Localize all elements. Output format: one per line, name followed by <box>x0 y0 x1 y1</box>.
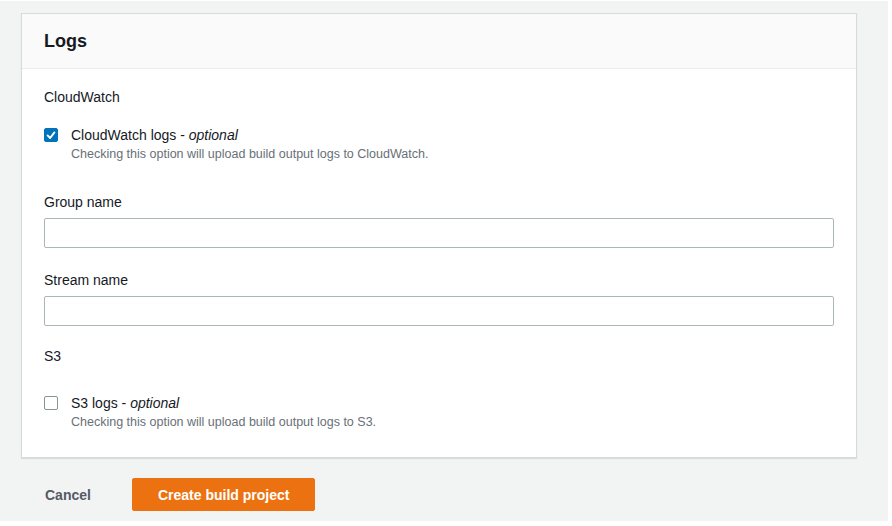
s3-logs-label: S3 logs - optional <box>71 395 179 411</box>
check-icon <box>45 129 57 141</box>
logs-panel: Logs CloudWatch CloudWatch logs - option… <box>21 13 857 458</box>
cancel-button[interactable]: Cancel <box>45 487 91 503</box>
panel-body: CloudWatch CloudWatch logs - optional Ch… <box>22 69 856 430</box>
group-name-input[interactable] <box>44 218 834 248</box>
label-separator: - <box>176 127 188 143</box>
cloudwatch-logs-label: CloudWatch logs - optional <box>71 127 238 143</box>
group-name-label: Group name <box>44 195 834 210</box>
content-area: Logs CloudWatch CloudWatch logs - option… <box>0 1 888 521</box>
cloudwatch-logs-checkbox-row: CloudWatch logs - optional <box>44 127 834 143</box>
s3-logs-checkbox-row: S3 logs - optional <box>44 395 834 411</box>
s3-logs-description: Checking this option will upload build o… <box>71 414 834 430</box>
optional-text: optional <box>130 395 179 411</box>
label-separator: - <box>118 395 130 411</box>
cloudwatch-logs-label-text: CloudWatch logs <box>71 127 176 143</box>
s3-logs-checkbox[interactable] <box>44 396 58 410</box>
footer-actions: Cancel Create build project <box>21 478 315 511</box>
section-label-s3: S3 <box>44 348 834 364</box>
panel-title: Logs <box>44 31 87 52</box>
cloudwatch-logs-description: Checking this option will upload build o… <box>71 146 834 162</box>
cloudwatch-logs-checkbox[interactable] <box>44 128 58 142</box>
section-label-cloudwatch: CloudWatch <box>44 89 834 105</box>
panel-header: Logs <box>22 14 856 69</box>
stream-name-label: Stream name <box>44 273 834 288</box>
s3-logs-label-text: S3 logs <box>71 395 118 411</box>
create-build-project-button[interactable]: Create build project <box>132 478 315 511</box>
stream-name-input[interactable] <box>44 296 834 326</box>
optional-text: optional <box>189 127 238 143</box>
